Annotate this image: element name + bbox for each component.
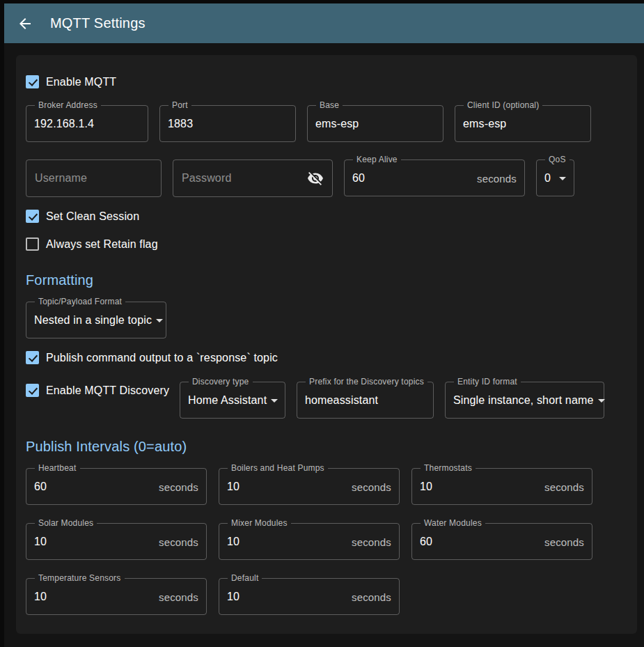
settings-panel: Enable MQTT Broker Address 192.168.1.4 P… (16, 55, 637, 634)
field-value: 10 (34, 591, 47, 603)
field-label: Keep Alive (353, 155, 401, 164)
field-label: Thermostats (421, 463, 476, 473)
checkbox-label: Publish command output to a `response` t… (46, 352, 278, 364)
checkbox-label: Enable MQTT Discovery (46, 384, 169, 397)
field-suffix: seconds (352, 591, 391, 603)
field-label: Solar Modules (35, 518, 97, 528)
field-value: 60 (34, 481, 47, 493)
dropdown-caret-icon (156, 319, 163, 322)
field-suffix: seconds (159, 591, 198, 603)
field-value: 10 (420, 481, 432, 493)
default-interval-field[interactable]: Default 10 seconds (219, 573, 400, 615)
field-label: Discovery type (189, 377, 253, 387)
field-label: Entity ID format (454, 377, 521, 387)
dropdown-caret-icon (271, 399, 278, 403)
water-interval-field[interactable]: Water Modules 60 seconds (411, 518, 592, 560)
username-field[interactable]: Username (26, 159, 162, 197)
field-value: 10 (34, 536, 47, 548)
field-suffix: seconds (544, 481, 584, 493)
checkbox-label: Always set Retain flag (46, 238, 158, 251)
field-value: 10 (227, 591, 239, 603)
field-value: homeassistant (305, 394, 378, 407)
enable-mqtt-checkbox[interactable]: Enable MQTT (26, 75, 116, 88)
field-value: ems-esp (463, 118, 506, 130)
arrow-back-icon (17, 15, 33, 32)
password-field[interactable]: Password (173, 159, 333, 197)
field-label: Client ID (optional) (464, 100, 542, 110)
checkbox-label: Set Clean Session (46, 210, 139, 223)
retain-flag-checkbox[interactable]: Always set Retain flag (26, 237, 158, 251)
field-value: 10 (227, 481, 239, 493)
field-value: ems-esp (315, 118, 359, 130)
field-label: Port (168, 100, 191, 110)
checkbox-icon (26, 210, 39, 223)
entity-id-format-select[interactable]: Entity ID format Single instance, short … (445, 377, 604, 419)
field-label: Water Modules (421, 518, 485, 528)
field-value: 192.168.1.4 (34, 118, 94, 130)
checkbox-icon (26, 237, 39, 251)
field-label: Broker Address (35, 100, 101, 110)
field-value: 1883 (168, 118, 193, 130)
discovery-prefix-field[interactable]: Prefix for the Discovery topics homeassi… (297, 377, 434, 419)
field-suffix: seconds (352, 536, 391, 548)
password-placeholder: Password (182, 172, 231, 185)
back-button[interactable] (15, 14, 35, 33)
field-label: Temperature Sensors (35, 573, 125, 583)
port-field[interactable]: Port 1883 (159, 100, 296, 142)
qos-select[interactable]: QoS 0 (536, 155, 574, 196)
field-label: QoS (545, 155, 570, 164)
field-label: Base (316, 100, 343, 110)
mixer-interval-field[interactable]: Mixer Modules 10 seconds (219, 518, 400, 560)
page-title: MQTT Settings (50, 15, 146, 31)
field-suffix: seconds (159, 481, 198, 493)
base-field[interactable]: Base ems-esp (307, 100, 443, 142)
checkbox-label: Enable MQTT (46, 76, 116, 88)
field-suffix: seconds (544, 536, 584, 548)
enable-discovery-checkbox[interactable]: Enable MQTT Discovery (26, 384, 169, 397)
topic-payload-format-select[interactable]: Topic/Payload Format Nested in a single … (26, 297, 166, 338)
username-placeholder: Username (35, 172, 87, 185)
field-label: Mixer Modules (228, 518, 291, 528)
field-label: Boilers and Heat Pumps (228, 463, 328, 473)
field-value: 10 (227, 536, 239, 548)
checkbox-icon (26, 75, 39, 88)
publish-intervals-heading: Publish Intervals (0=auto) (26, 439, 627, 455)
select-value: Single instance, short name (453, 394, 594, 407)
app-bar: MQTT Settings (4, 3, 644, 43)
select-value: Nested in a single topic (34, 314, 152, 327)
checkbox-icon (26, 351, 39, 364)
solar-interval-field[interactable]: Solar Modules 10 seconds (26, 518, 207, 560)
field-value: 60 (420, 536, 432, 548)
field-label: Prefix for the Discovery topics (306, 377, 427, 387)
dropdown-caret-icon (559, 177, 566, 180)
heartbeat-interval-field[interactable]: Heartbeat 60 seconds (26, 463, 207, 505)
boilers-interval-field[interactable]: Boilers and Heat Pumps 10 seconds (219, 463, 400, 505)
field-suffix: seconds (352, 481, 391, 493)
formatting-heading: Formatting (26, 272, 627, 288)
select-value: Home Assistant (188, 394, 267, 407)
field-label: Heartbeat (35, 463, 80, 473)
publish-response-checkbox[interactable]: Publish command output to a `response` t… (26, 351, 278, 364)
field-label: Default (228, 573, 262, 583)
app-window: MQTT Settings Enable MQTT Broker Address… (4, 3, 644, 647)
checkbox-icon (26, 384, 39, 397)
field-suffix: seconds (477, 173, 517, 185)
visibility-off-icon[interactable] (307, 170, 324, 187)
discovery-type-select[interactable]: Discovery type Home Assistant (180, 377, 285, 419)
client-id-field[interactable]: Client ID (optional) ems-esp (455, 100, 591, 142)
field-label: Topic/Payload Format (35, 297, 125, 306)
thermostats-interval-field[interactable]: Thermostats 10 seconds (411, 463, 592, 505)
field-suffix: seconds (159, 536, 198, 548)
temperature-sensors-interval-field[interactable]: Temperature Sensors 10 seconds (26, 573, 207, 615)
select-value: 0 (544, 172, 551, 185)
set-clean-session-checkbox[interactable]: Set Clean Session (26, 210, 139, 223)
keep-alive-field[interactable]: Keep Alive 60 seconds (344, 155, 525, 196)
broker-address-field[interactable]: Broker Address 192.168.1.4 (26, 100, 148, 142)
dropdown-caret-icon (598, 399, 605, 403)
field-value: 60 (352, 172, 365, 185)
